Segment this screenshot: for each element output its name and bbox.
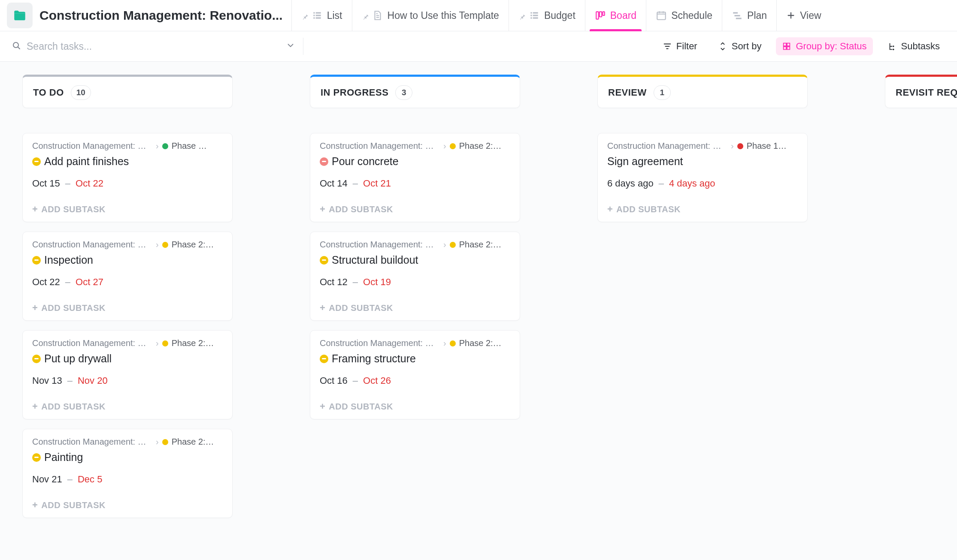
add-subtask-button[interactable]: +ADD SUBTASK (32, 500, 106, 511)
chevron-down-icon[interactable] (286, 41, 295, 52)
add-subtask-button[interactable]: +ADD SUBTASK (320, 204, 393, 215)
add-subtask-button[interactable]: +ADD SUBTASK (32, 302, 106, 313)
tab-label: Budget (544, 10, 575, 21)
task-title: Put up drywall (44, 352, 112, 365)
task-title: Sign agreement (607, 155, 683, 168)
plus-icon: + (32, 500, 38, 511)
task-card[interactable]: Construction Management: R…›Phase 2:…Str… (310, 232, 520, 321)
breadcrumb: Construction Management: Ren…›Phase … (32, 141, 223, 151)
dash: – (353, 375, 358, 386)
pin-icon (362, 12, 369, 19)
subtasks-button[interactable]: Subtasks (881, 37, 946, 55)
chevron-right-icon: › (156, 338, 159, 348)
task-card[interactable]: Construction Management: R…›Phase 2:…Pai… (22, 429, 233, 518)
groupby-button[interactable]: Group by: Status (776, 37, 872, 55)
tab-label: List (327, 10, 342, 21)
pin-icon (301, 12, 309, 19)
breadcrumb: Construction Management: R…›Phase 2:… (32, 240, 223, 250)
add-subtask-button[interactable]: +ADD SUBTASK (32, 204, 106, 215)
breadcrumb-project: Construction Management: Ren… (32, 141, 152, 151)
tab-budget[interactable]: Budget (509, 0, 585, 31)
folder-icon[interactable] (7, 3, 33, 28)
svg-point-19 (13, 42, 18, 48)
task-dates: Nov 21–Dec 5 (32, 474, 223, 485)
chevron-right-icon: › (731, 141, 734, 151)
end-date: Dec 5 (78, 474, 102, 485)
tab-list[interactable]: List (291, 0, 352, 31)
filter-label: Filter (676, 41, 697, 52)
breadcrumb-phase: Phase 1… (747, 141, 787, 151)
dash: – (353, 277, 358, 288)
task-dates: Oct 22–Oct 27 (32, 277, 223, 288)
dash: – (67, 375, 73, 386)
breadcrumb: Construction Management: Ren…›Phase 1… (607, 141, 798, 151)
priority-icon (320, 157, 328, 166)
add-subtask-label: ADD SUBTASK (41, 500, 106, 510)
end-date: Oct 22 (76, 178, 103, 189)
add-subtask-button[interactable]: +ADD SUBTASK (320, 401, 393, 412)
task-title: Framing structure (332, 352, 416, 365)
search-icon (11, 40, 21, 52)
task-dates: Oct 12–Oct 19 (320, 277, 510, 288)
add-subtask-label: ADD SUBTASK (41, 303, 106, 313)
task-card[interactable]: Construction Management: R…›Phase 2:…Pou… (310, 133, 520, 222)
svg-rect-7 (533, 12, 538, 13)
breadcrumb-phase: Phase 2:… (459, 240, 502, 250)
tab-schedule[interactable]: Schedule (646, 0, 722, 31)
tab-howto[interactable]: How to Use this Template (352, 0, 509, 31)
add-subtask-button[interactable]: +ADD SUBTASK (320, 302, 393, 313)
gantt-icon (732, 10, 743, 21)
breadcrumb-phase: Phase 2:… (459, 338, 502, 348)
tab-plan[interactable]: Plan (722, 0, 776, 31)
column-header[interactable]: TO DO10 (22, 75, 233, 108)
task-card[interactable]: Construction Management: R…›Phase 2:…Fra… (310, 330, 520, 419)
breadcrumb-phase: Phase 2:… (459, 141, 502, 151)
svg-rect-5 (315, 17, 321, 18)
column-title: REVISIT REQUIRED (896, 87, 957, 98)
calendar-icon (656, 10, 667, 21)
breadcrumb-project: Construction Management: R… (320, 141, 440, 151)
add-subtask-label: ADD SUBTASK (329, 303, 393, 313)
chevron-right-icon: › (443, 240, 446, 250)
start-date: Oct 22 (32, 277, 60, 288)
add-subtask-button[interactable]: +ADD SUBTASK (607, 204, 681, 215)
tab-label: Plan (747, 10, 767, 21)
task-card[interactable]: Construction Management: R…›Phase 2:…Put… (22, 330, 233, 419)
task-dates: 6 days ago–4 days ago (607, 178, 798, 189)
column-header[interactable]: IN PROGRESS3 (310, 75, 520, 108)
add-subtask-button[interactable]: +ADD SUBTASK (32, 401, 106, 412)
dash: – (65, 178, 70, 189)
plus-icon: + (32, 302, 38, 313)
svg-rect-0 (313, 12, 315, 13)
doc-icon (372, 10, 383, 21)
filter-button[interactable]: Filter (657, 37, 703, 55)
task-card[interactable]: Construction Management: Ren…›Phase …Add… (22, 133, 233, 222)
task-title: Inspection (44, 254, 93, 266)
dash: – (659, 178, 664, 189)
svg-rect-12 (596, 12, 598, 19)
search-input[interactable] (27, 41, 191, 52)
tab-board[interactable]: Board (585, 0, 646, 31)
breadcrumb-project: Construction Management: R… (320, 240, 440, 250)
list-icon (312, 10, 323, 21)
column-header[interactable]: REVISIT REQUIRED0 (885, 75, 957, 108)
sort-button[interactable]: Sort by (712, 37, 768, 55)
board-icon (595, 10, 606, 21)
svg-rect-9 (533, 15, 538, 16)
start-date: Oct 16 (320, 375, 348, 386)
breadcrumb-phase: Phase 2:… (172, 240, 214, 250)
task-card[interactable]: Construction Management: Ren…›Phase 1…Si… (597, 133, 808, 222)
column-header[interactable]: REVIEW1 (597, 75, 808, 108)
list-icon (529, 10, 540, 21)
status-dot-icon (450, 340, 456, 346)
start-date: Nov 13 (32, 375, 62, 386)
divider (303, 38, 303, 55)
svg-rect-15 (657, 12, 666, 19)
priority-icon (32, 355, 41, 363)
tab-label: How to Use this Template (388, 10, 499, 21)
task-card[interactable]: Construction Management: R…›Phase 2:…Ins… (22, 232, 233, 321)
chevron-right-icon: › (443, 338, 446, 348)
tab-add-view[interactable]: View (776, 0, 830, 31)
start-date: Oct 15 (32, 178, 60, 189)
task-dates: Oct 14–Oct 21 (320, 178, 510, 189)
